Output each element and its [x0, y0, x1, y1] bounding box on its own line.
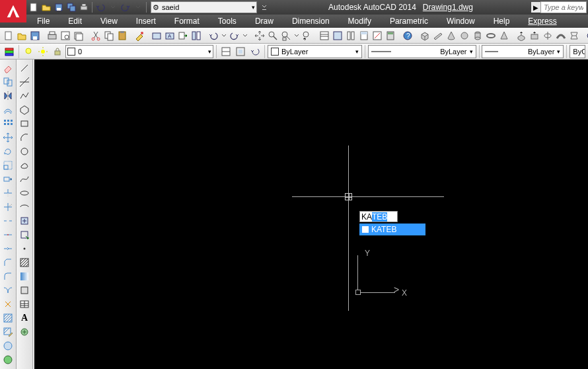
circle-icon[interactable] — [18, 145, 31, 157]
undo-icon[interactable] — [207, 29, 219, 42]
blend-icon[interactable] — [1, 284, 15, 296]
menu-draw[interactable]: Draw — [246, 15, 283, 27]
new-icon[interactable] — [28, 1, 40, 13]
layer-iso-icon[interactable] — [234, 45, 247, 58]
ellipse-arc-icon[interactable] — [18, 201, 31, 213]
spline-icon[interactable] — [18, 173, 31, 185]
new-icon[interactable] — [3, 29, 15, 42]
sweep-icon[interactable] — [555, 29, 567, 42]
undo-dropdown-icon[interactable] — [107, 1, 119, 13]
zoom-previous-icon[interactable] — [301, 29, 313, 42]
break-at-point-icon[interactable] — [1, 229, 15, 241]
publish-icon[interactable] — [73, 29, 85, 42]
dropdown-icon[interactable] — [293, 29, 300, 42]
solid-pyramid-icon[interactable] — [498, 29, 510, 42]
xref-icon[interactable] — [177, 29, 189, 42]
region-draw-icon[interactable] — [18, 284, 31, 296]
offset-icon[interactable] — [1, 104, 15, 116]
design-center-icon[interactable] — [190, 29, 202, 42]
saveas-icon[interactable] — [65, 1, 77, 13]
paste-icon[interactable] — [116, 29, 128, 42]
sheet-set-icon[interactable] — [358, 29, 370, 42]
layer-lock-icon[interactable] — [51, 45, 64, 58]
copy-icon[interactable] — [103, 29, 115, 42]
layer-lightbulb-icon[interactable] — [22, 45, 35, 58]
loft-icon[interactable] — [568, 29, 580, 42]
help-icon[interactable]: ? — [402, 29, 414, 42]
gradient-icon[interactable] — [18, 270, 31, 282]
block-attribute-icon[interactable]: A — [164, 29, 176, 42]
hatch-draw-icon[interactable] — [18, 257, 31, 268]
union-icon[interactable] — [585, 29, 588, 42]
title-nav-arrow-icon[interactable]: ▶ — [531, 2, 540, 13]
match-properties-icon[interactable] — [133, 29, 145, 42]
copy-icon[interactable] — [1, 76, 15, 88]
presspull-icon[interactable] — [529, 29, 540, 42]
polygon-icon[interactable] — [18, 104, 31, 116]
app-logo[interactable] — [0, 0, 26, 22]
solid-torus-icon[interactable] — [485, 29, 497, 42]
join-icon[interactable] — [1, 243, 15, 255]
drawing-canvas[interactable]: KATEB KATEB Y X > — [34, 60, 588, 369]
menu-help[interactable]: Help — [484, 15, 519, 27]
mirror-icon[interactable] — [1, 90, 15, 102]
revision-cloud-icon[interactable] — [18, 159, 31, 171]
plot-icon[interactable] — [46, 29, 58, 42]
solid-wedge-icon[interactable] — [432, 29, 444, 42]
block-editor-icon[interactable] — [151, 29, 163, 42]
hatch-icon[interactable] — [1, 312, 15, 324]
layer-sun-icon[interactable] — [36, 45, 50, 58]
fillet-icon[interactable] — [1, 270, 15, 282]
array-icon[interactable] — [1, 118, 15, 130]
layer-dropdown[interactable]: 0 ▾ — [65, 45, 213, 58]
break-icon[interactable] — [1, 215, 15, 227]
plot-preview-icon[interactable] — [59, 29, 71, 42]
menu-tools[interactable]: Tools — [209, 15, 246, 27]
open-icon[interactable] — [16, 29, 28, 42]
insert-block-icon[interactable] — [18, 215, 31, 227]
redo-icon[interactable] — [229, 29, 240, 42]
help-search-input[interactable] — [540, 1, 587, 13]
scale-icon[interactable] — [1, 159, 15, 171]
layer-states-icon[interactable] — [219, 45, 233, 58]
quickcalc-icon[interactable] — [385, 29, 396, 42]
hatch-edit-icon[interactable] — [1, 326, 15, 338]
print-icon[interactable] — [78, 1, 90, 13]
menu-edit[interactable]: Edit — [59, 15, 91, 27]
redo-icon[interactable] — [120, 1, 131, 13]
menu-express[interactable]: Express — [519, 15, 566, 27]
markup-icon[interactable] — [371, 29, 383, 42]
dropdown-icon[interactable] — [221, 29, 227, 42]
dropdown-icon[interactable] — [242, 29, 248, 42]
ellipse-icon[interactable] — [18, 187, 31, 199]
make-block-icon[interactable] — [18, 229, 31, 241]
menu-file[interactable]: File — [28, 15, 59, 27]
design-center2-icon[interactable] — [332, 29, 344, 42]
color-dropdown[interactable]: ByLayer ▾ — [268, 45, 362, 58]
menu-view[interactable]: View — [91, 15, 127, 27]
trim-icon[interactable] — [1, 187, 15, 199]
plotstyle-dropdown[interactable]: ByC — [570, 45, 585, 58]
solid-cone-icon[interactable] — [445, 29, 457, 42]
extend-icon[interactable] — [1, 201, 15, 213]
explode-icon[interactable] — [1, 298, 15, 310]
open-icon[interactable] — [40, 1, 52, 13]
erase-icon[interactable] — [1, 62, 15, 74]
setvar-icon[interactable] — [1, 354, 15, 366]
arc-icon[interactable] — [18, 132, 31, 144]
qat-overflow-icon[interactable] — [258, 1, 270, 13]
zoom-realtime-icon[interactable] — [267, 29, 279, 42]
menu-window[interactable]: Window — [437, 15, 484, 27]
line-icon[interactable] — [18, 62, 31, 74]
add-selected-icon[interactable] — [18, 326, 31, 338]
zoom-window-icon[interactable] — [280, 29, 292, 42]
rectangle-icon[interactable] — [18, 118, 31, 130]
properties-icon[interactable] — [318, 29, 330, 42]
redo-dropdown-icon[interactable] — [132, 1, 144, 13]
menu-parametric[interactable]: Parametric — [381, 15, 437, 27]
save-icon[interactable] — [53, 1, 65, 13]
linetype-dropdown[interactable]: ByLayer ▾ — [368, 45, 476, 58]
layer-previous-icon[interactable] — [248, 45, 262, 58]
stretch-icon[interactable] — [1, 173, 15, 185]
dynamic-input[interactable]: KATEB — [359, 211, 398, 222]
